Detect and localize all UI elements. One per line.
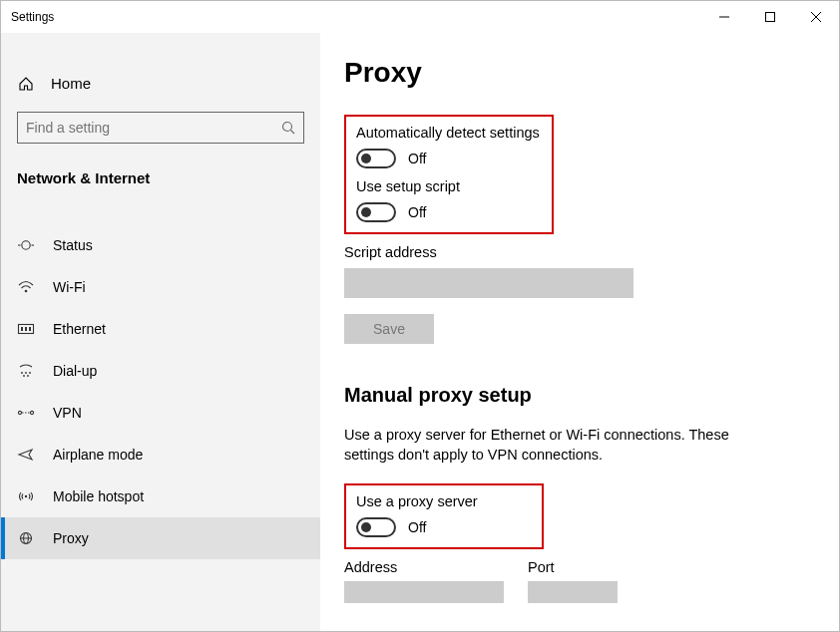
home-link[interactable]: Home [1,63,320,104]
script-address-label: Script address [344,244,815,260]
proxy-icon [17,531,35,545]
svg-rect-1 [766,13,775,22]
window-title: Settings [11,10,54,24]
dialup-icon [17,364,35,378]
sidebar-item-vpn[interactable]: VPN [1,392,320,434]
close-button[interactable] [793,1,839,33]
sidebar-item-dialup[interactable]: Dial-up [1,350,320,392]
window-buttons [701,1,839,33]
titlebar: Settings [1,1,839,33]
sidebar-item-label: Status [53,237,93,253]
sidebar-item-label: Proxy [53,530,89,546]
svg-rect-13 [29,327,31,331]
use-proxy-toggle[interactable] [356,517,396,537]
hotspot-icon [17,489,35,503]
auto-detect-label: Automatically detect settings [356,125,542,141]
nav-list: Status Wi-Fi Ethernet Dial-up [1,224,320,559]
script-address-group: Script address [344,244,815,298]
minimize-button[interactable] [701,1,747,33]
auto-detect-toggle-row: Off [356,149,542,168]
maximize-button[interactable] [747,1,793,33]
port-label: Port [528,559,618,575]
port-col: Port [528,559,618,603]
vpn-icon [17,406,35,420]
setup-script-state: Off [408,204,426,220]
sidebar-item-label: Mobile hotspot [53,488,144,504]
highlight-box-manual: Use a proxy server Off [344,483,544,549]
sidebar-item-proxy[interactable]: Proxy [1,517,320,559]
home-icon [17,76,35,92]
status-icon [17,238,35,252]
use-proxy-state: Off [408,519,426,535]
sidebar-item-ethernet[interactable]: Ethernet [1,308,320,350]
auto-detect-toggle[interactable] [356,149,396,168]
svg-rect-12 [25,327,27,331]
content-area: Home Network & Internet Status [1,33,839,631]
save-button-label: Save [373,321,405,337]
use-proxy-label: Use a proxy server [356,493,532,509]
sidebar-item-label: Ethernet [53,321,106,337]
svg-point-6 [22,241,30,249]
manual-section-title: Manual proxy setup [344,384,815,407]
sidebar-item-status[interactable]: Status [1,224,320,266]
use-proxy-toggle-row: Off [356,517,532,537]
sidebar-item-hotspot[interactable]: Mobile hotspot [1,475,320,517]
sidebar-item-airplane[interactable]: Airplane mode [1,434,320,475]
port-input [528,581,618,603]
svg-point-22 [25,495,27,497]
search-wrap [17,112,304,144]
save-button: Save [344,314,434,344]
address-port-row: Address Port [344,559,815,603]
setup-script-label: Use setup script [356,178,542,194]
sidebar-item-label: VPN [53,405,82,421]
setup-script-toggle[interactable] [356,202,396,222]
sidebar-item-label: Dial-up [53,363,97,379]
svg-point-20 [30,411,33,414]
ethernet-icon [17,322,35,336]
search-icon [281,121,295,135]
wifi-icon [17,280,35,294]
address-input [344,581,504,603]
highlight-box-auto: Automatically detect settings Off Use se… [344,115,554,234]
search-box[interactable] [17,112,304,144]
sidebar-item-label: Airplane mode [53,447,143,463]
svg-point-15 [25,372,27,374]
auto-detect-state: Off [408,151,426,166]
address-col: Address [344,559,504,603]
minimize-icon [719,12,729,22]
home-label: Home [51,75,91,92]
sidebar-item-label: Wi-Fi [53,279,86,295]
maximize-icon [765,12,775,22]
svg-point-16 [29,372,31,374]
airplane-icon [17,448,35,462]
search-input[interactable] [26,120,268,136]
svg-point-4 [283,123,292,132]
main-panel: Proxy Automatically detect settings Off … [320,33,839,631]
page-title: Proxy [344,57,815,89]
script-address-input [344,268,633,298]
svg-line-5 [291,131,295,135]
svg-point-9 [25,290,28,293]
svg-point-17 [23,375,25,377]
svg-point-18 [27,375,29,377]
sidebar-item-wifi[interactable]: Wi-Fi [1,266,320,308]
address-label: Address [344,559,504,575]
svg-rect-11 [21,327,23,331]
svg-point-19 [18,411,21,414]
svg-point-14 [21,372,23,374]
manual-section-desc: Use a proxy server for Ethernet or Wi-Fi… [344,425,773,466]
setup-script-toggle-row: Off [356,202,542,222]
close-icon [811,12,821,22]
category-header: Network & Internet [1,159,320,198]
sidebar: Home Network & Internet Status [1,33,320,631]
